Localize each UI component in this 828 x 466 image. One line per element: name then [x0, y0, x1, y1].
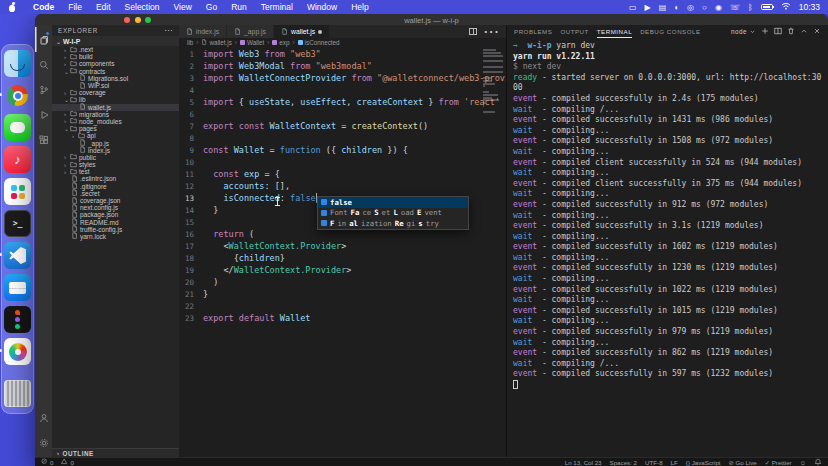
statusbar-warnings[interactable]: 0 [61, 458, 73, 466]
code-line[interactable]: 22 [179, 300, 506, 312]
outline-section[interactable]: › OUTLINE [52, 448, 179, 457]
code-line[interactable]: 16 return ( [179, 228, 506, 240]
code-line[interactable]: 4 [179, 84, 506, 96]
suggestion-FontFaceSetLoadEvent[interactable]: FontFaceSetLoadEvent [318, 208, 468, 219]
menu-code[interactable]: Code [33, 2, 54, 12]
panel-tab-output[interactable]: OUTPUT [560, 25, 588, 38]
tree-folder-pages[interactable]: ⌄pages [52, 125, 179, 132]
menu-window[interactable]: Window [307, 2, 337, 12]
explorer-icon[interactable] [35, 27, 52, 52]
code-line[interactable]: 20 ) [179, 276, 506, 288]
tree-folder-contracts[interactable]: ⌄contracts [52, 68, 179, 75]
breadcrumb-item-lib[interactable]: lib [187, 39, 193, 46]
menu-selection[interactable]: Selection [125, 2, 160, 12]
tab--app-js[interactable]: _app.js [227, 25, 274, 38]
code-line[interactable]: 11 const exp = { [179, 168, 506, 180]
source-control-icon[interactable] [35, 77, 52, 102]
bell-icon[interactable] [814, 458, 822, 466]
breadcrumb-item-isconnected[interactable]: isConnected [298, 39, 340, 46]
tree-folder-lib[interactable]: ⌄lib [52, 96, 179, 103]
menu-run[interactable]: Run [231, 2, 247, 12]
panel-tab-problems[interactable]: PROBLEMS [514, 25, 552, 38]
terminal-shell-select[interactable]: node [731, 28, 756, 36]
tab-wallet-js[interactable]: wallet.js [274, 25, 330, 38]
menu-file[interactable]: File [68, 2, 82, 12]
suggestion-FinalizationRegistry[interactable]: FinalizationRegistry [318, 218, 468, 229]
bluetooth-icon[interactable]: ᛒ [748, 3, 753, 12]
code-line[interactable]: 9const Wallet = function ({ children }) … [179, 144, 506, 156]
dock-chrome[interactable] [4, 82, 31, 109]
code-line[interactable]: 1import Web3 from "web3" [179, 48, 506, 60]
dock-messages[interactable] [4, 114, 31, 141]
code-line[interactable]: 5import { useState, useEffect, createCon… [179, 96, 506, 108]
tab-index-js[interactable]: index.js [179, 25, 227, 38]
dock-slack[interactable] [4, 178, 31, 205]
accounts-icon[interactable] [35, 405, 52, 430]
split-terminal-icon[interactable] [774, 27, 782, 36]
kill-terminal-icon[interactable] [787, 27, 795, 36]
close-panel-icon[interactable] [813, 27, 821, 36]
code-line[interactable]: 19 </WalletContext.Provider> [179, 264, 506, 276]
keyboard-icon[interactable]: ▤ [659, 3, 667, 12]
control-center-icon[interactable]: ◉ [715, 3, 722, 12]
statusbar-encoding[interactable]: UTF-8 [645, 459, 663, 466]
dock-vscode[interactable] [4, 242, 31, 269]
menu-terminal[interactable]: Terminal [261, 2, 293, 12]
menu-go[interactable]: Go [206, 2, 217, 12]
menubar-clock[interactable]: 10:33 [799, 2, 820, 12]
focus-icon[interactable]: ◐ [674, 3, 679, 12]
display-icon[interactable]: ▶ [645, 3, 651, 12]
tree-folder-api[interactable]: ›api [52, 132, 179, 139]
menu-help[interactable]: Help [351, 2, 368, 12]
tree-file-migrations-sol[interactable]: Migrations.sol [52, 75, 179, 82]
split-editor-icon[interactable] [469, 28, 477, 35]
breadcrumb-item-wallet[interactable]: Wallet [240, 39, 264, 46]
apple-menu-icon[interactable] [8, 3, 16, 12]
menu-view[interactable]: View [174, 2, 192, 12]
statusbar-indentation[interactable]: Spaces: 2 [610, 459, 638, 466]
code-editor[interactable]: 1import Web3 from "web3"2import Web3Moda… [179, 47, 506, 457]
code-line[interactable]: 3import WalletConnectProvider from "@wal… [179, 72, 506, 84]
statusbar-errors[interactable]: 0 [41, 458, 53, 466]
code-line[interactable]: 23export default Wallet [179, 312, 506, 324]
run-debug-icon[interactable] [35, 102, 52, 127]
maximize-panel-icon[interactable] [800, 27, 808, 36]
phone-icon[interactable]: ☏ [730, 3, 740, 12]
breadcrumb-item-wallet.js[interactable]: wallet.js [201, 39, 231, 46]
statusbar-prettier[interactable]: ✓ Prettier [765, 459, 792, 466]
wifi-icon[interactable] [781, 2, 791, 12]
extensions-icon[interactable] [35, 127, 52, 152]
statusbar-feedback[interactable]: ☺ [800, 459, 806, 466]
window-titlebar[interactable]: wallet.js — w-i-p [35, 14, 828, 25]
code-line[interactable]: 21} [179, 288, 506, 300]
code-line[interactable]: 6 [179, 108, 506, 120]
menu-edit[interactable]: Edit [96, 2, 111, 12]
minimap[interactable] [483, 49, 504, 113]
panel-tab-debug-console[interactable]: DEBUG CONSOLE [640, 25, 700, 38]
explorer-more-icon[interactable]: ⋯ [164, 26, 173, 35]
code-line[interactable]: 8 [179, 132, 506, 144]
code-line[interactable]: 18 {children} [179, 252, 506, 264]
dock-trash[interactable] [4, 380, 31, 407]
dock-photos[interactable] [4, 338, 31, 365]
dock-music[interactable]: ♪ [4, 146, 31, 173]
code-line[interactable]: 7export const WalletContext = createCont… [179, 120, 506, 132]
code-line[interactable]: 10 [179, 156, 506, 168]
tree-file--app-js[interactable]: _app.js [52, 139, 179, 146]
code-line[interactable]: 12 accounts: [], [179, 180, 506, 192]
new-terminal-icon[interactable] [761, 27, 769, 36]
statusbar-go-live[interactable]: ⊘ Go Live [729, 459, 757, 466]
statusbar-eol[interactable]: LF [671, 459, 678, 466]
search-icon[interactable] [35, 52, 52, 77]
tree-file-yarn-lock[interactable]: yarn.lock [52, 233, 179, 240]
suggestion-false[interactable]: false [318, 197, 468, 208]
search-icon[interactable]: ○ [702, 3, 707, 12]
statusbar-cursor-position[interactable]: Ln 13, Col 23 [565, 459, 602, 466]
statusbar-language-mode[interactable]: {} JavaScript [686, 459, 721, 466]
dock-finder[interactable] [4, 50, 31, 77]
dock-figma[interactable] [4, 306, 31, 333]
dock-terminal[interactable]: >_ [4, 210, 31, 237]
code-line[interactable]: 2import Web3Modal from "web3modal" [179, 60, 506, 72]
backup-icon[interactable]: ◎ [687, 3, 694, 12]
code-line[interactable]: 17 <WalletContext.Provider> [179, 240, 506, 252]
